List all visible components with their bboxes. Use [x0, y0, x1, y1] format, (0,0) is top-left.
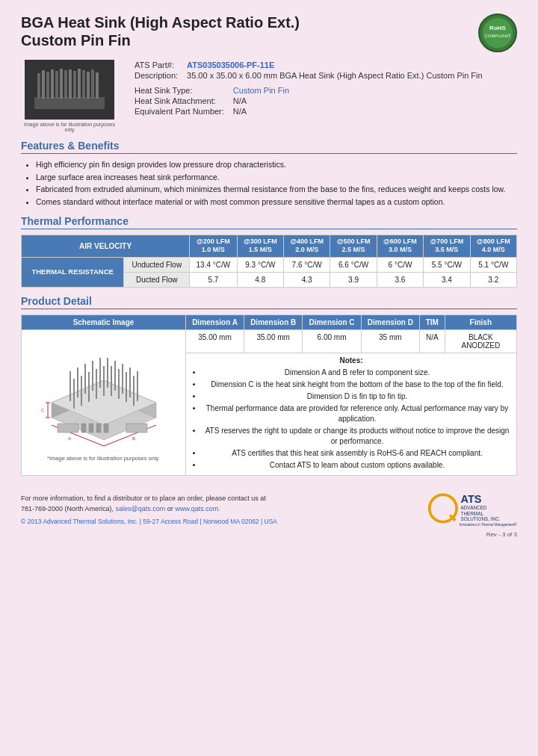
table-row: 3.4: [424, 273, 470, 288]
footer-copyright: © 2013 Advanced Thermal Solutions, Inc. …: [21, 517, 277, 527]
svg-text:A: A: [68, 436, 71, 441]
svg-rect-8: [51, 69, 54, 99]
svg-rect-14: [78, 69, 81, 99]
thermal-title: Thermal Performance: [21, 215, 517, 229]
table-row: 5.5 °C/W: [424, 258, 470, 273]
list-item: ATS certifies that this heat sink assemb…: [202, 448, 512, 459]
list-item: ATS reserves the right to update or chan…: [202, 426, 512, 447]
list-item: Dimension C is the heat sink height from…: [202, 379, 512, 390]
svg-rect-50: [58, 424, 78, 433]
footer-website[interactable]: www.qats.com.: [175, 505, 220, 512]
header-row: BGA Heat Sink (High Aspect Ratio Ext.) C…: [21, 13, 517, 52]
svg-rect-18: [96, 72, 99, 99]
svg-rect-54: [104, 424, 108, 433]
title-line2: Custom Pin Fin: [21, 32, 131, 49]
svg-rect-11: [64, 70, 67, 99]
finish-value: BLACK ANODIZED: [445, 330, 516, 353]
product-detail-title: Product Detail: [21, 295, 517, 309]
svg-text:RoHS: RoHS: [489, 25, 506, 31]
schematic-cell: C A B: [22, 330, 186, 476]
title-block: BGA Heat Sink (High Aspect Ratio Ext.) C…: [21, 13, 300, 49]
part-info-section: Image above is for illustration purposes…: [21, 60, 517, 132]
svg-text:THERMAL: THERMAL: [461, 511, 484, 516]
table-row: 7.6 °C/W: [283, 258, 330, 273]
svg-text:B: B: [132, 436, 135, 441]
svg-rect-9: [55, 71, 58, 99]
dim-a-header: Dimension A: [186, 315, 244, 330]
product-image-col: Image above is for illustration purposes…: [21, 60, 118, 132]
col-600lfm: @600 LFM 3.0 M/S: [377, 235, 423, 257]
page-number: Rev - 3 of 3: [21, 531, 517, 538]
svg-rect-17: [91, 69, 94, 99]
svg-rect-12: [69, 69, 72, 99]
features-title: Features & Benefits: [21, 140, 517, 154]
list-item: Contact ATS to learn about custom option…: [202, 460, 512, 471]
footer-left: For more information, to find a distribu…: [21, 494, 277, 527]
svg-rect-5: [37, 73, 40, 99]
part-details-col: ATS Part#: ATS035035006-PF-11E Descripti…: [132, 60, 517, 132]
svg-rect-52: [89, 424, 93, 433]
rohs-badge-icon: RoHS COMPLIANT: [478, 13, 517, 52]
svg-rect-53: [96, 424, 101, 433]
table-row: 9.3 °C/W: [237, 258, 283, 273]
svg-rect-55: [126, 424, 147, 433]
table-row: 13.4 °C/W: [190, 258, 237, 273]
heat-sink-attachment-value: N/A: [230, 96, 292, 106]
footer-right: ATS ADVANCED THERMAL SOLUTIONS, INC. Inn…: [427, 489, 517, 527]
dim-c-value: 6.00 mm: [303, 330, 361, 353]
svg-text:ATS: ATS: [461, 493, 482, 505]
title-line1: BGA Heat Sink (High Aspect Ratio Ext.): [21, 14, 300, 31]
part-detail-table: ATS Part#: ATS035035006-PF-11E Descripti…: [132, 60, 486, 81]
schematic-image: C A B: [29, 333, 179, 453]
table-row: 4.8: [237, 273, 283, 288]
footer-email[interactable]: sales@qats.com: [116, 505, 166, 512]
list-item: Dimension A and B refer to component siz…: [202, 368, 512, 378]
table-row: 3.9: [330, 273, 377, 288]
table-row: 5.1 °C/W: [470, 258, 516, 273]
svg-rect-10: [60, 69, 63, 99]
col-300lfm: @300 LFM 1.5 M/S: [237, 235, 283, 257]
product-detail-table: Schematic Image Dimension A Dimension B …: [21, 315, 517, 476]
svg-rect-16: [87, 72, 90, 99]
svg-rect-6: [42, 70, 45, 99]
description-label: Description:: [132, 70, 184, 81]
svg-rect-51: [81, 424, 86, 433]
footer-contact-text: For more information, to find a distribu…: [21, 494, 277, 514]
part-type-table: Heat Sink Type: Custom Pin Fin Heat Sink…: [132, 85, 292, 117]
finish-header: Finish: [445, 315, 516, 330]
col-400lfm: @400 LFM 2.0 M/S: [283, 235, 330, 257]
table-row: 5.7: [190, 273, 237, 288]
list-item: Large surface area increases heat sink p…: [36, 172, 517, 183]
dim-a-value: 35.00 mm: [186, 330, 244, 353]
dim-b-value: 35.00 mm: [244, 330, 303, 353]
table-row: 6 °C/W: [377, 258, 423, 273]
ats-part-label: ATS Part#:: [132, 60, 184, 70]
list-item: Dimension D is fin tip to fin tip.: [202, 391, 512, 402]
image-caption: Image above is for illustration purposes…: [21, 122, 118, 132]
equivalent-part-label: Equivalent Part Number:: [132, 106, 230, 117]
dim-d-value: 35 mm: [361, 330, 419, 353]
table-row: 6.6 °C/W: [330, 258, 377, 273]
tim-value: N/A: [419, 330, 445, 353]
heat-sink-attachment-label: Heat Sink Attachment:: [132, 96, 230, 106]
svg-text:C: C: [41, 408, 45, 412]
tim-header: TIM: [419, 315, 445, 330]
svg-text:Innovations in Thermal Managem: Innovations in Thermal Management®: [460, 522, 517, 527]
col-700lfm: @700 LFM 3.5 M/S: [424, 235, 470, 257]
thermal-table: AIR VELOCITY @200 LFM 1.0 M/S @300 LFM 1…: [21, 235, 517, 288]
list-item: Comes standard without interface materia…: [36, 196, 517, 208]
table-row: 4.3: [283, 273, 330, 288]
col-200lfm: @200 LFM 1.0 M/S: [190, 235, 237, 257]
schematic-caption: *Image above is for illustration purpose…: [26, 455, 181, 462]
page: BGA Heat Sink (High Aspect Ratio Ext.) C…: [0, 0, 538, 756]
air-velocity-header: AIR VELOCITY: [22, 235, 190, 257]
unducted-flow-label: Unducted Flow: [124, 258, 190, 273]
list-item: High efficiency pin fin design provides …: [36, 159, 517, 170]
product-image: [25, 60, 114, 120]
svg-text:ADVANCED: ADVANCED: [461, 505, 487, 510]
svg-rect-4: [34, 97, 105, 109]
list-item: Thermal performance data are provided fo…: [202, 403, 512, 424]
dim-d-header: Dimension D: [361, 315, 419, 330]
svg-rect-13: [73, 71, 76, 99]
ats-logo-icon: ATS ADVANCED THERMAL SOLUTIONS, INC. Inn…: [427, 489, 517, 527]
